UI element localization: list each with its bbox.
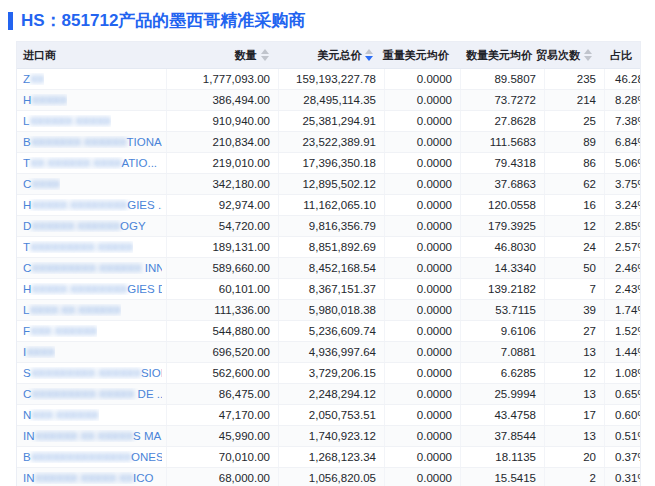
share-cell: 0.65%	[605, 384, 640, 404]
importer-name-link[interactable]: IXXXX	[23, 346, 55, 358]
importer-name-masked: XXXXXXXXX XXXXX	[31, 388, 134, 400]
qty_avg-cell: 7.0881	[461, 342, 545, 362]
weight_avg-cell: 0.0000	[385, 468, 461, 486]
importer-name-link[interactable]: INXXXXXX XX XXXXXS MA...	[23, 430, 162, 442]
importer-name-link[interactable]: DXXXXXX XXXXXXOGY	[23, 220, 146, 232]
sort-caret-up-icon	[365, 49, 373, 54]
quantity-cell: 92,974.00	[167, 195, 279, 215]
quantity-cell: 47,170.00	[167, 405, 279, 425]
importer-name-link[interactable]: CXXXXXXXXX XXXXX DE ...	[23, 388, 162, 400]
trades-cell: 214	[545, 90, 605, 110]
trades-cell: 12	[545, 363, 605, 383]
col-header-share: 占比	[600, 42, 640, 68]
qty_avg-cell: 25.9994	[461, 384, 545, 404]
importer-name-link[interactable]: NXXX XXXXXX	[23, 409, 99, 421]
qty_avg-cell: 111.5683	[461, 132, 545, 152]
importer-name-masked: XXXXX XXXXXXXX	[31, 283, 127, 295]
importer-name-link[interactable]: ZXX	[23, 73, 44, 85]
importer-name-visible-prefix: IN	[23, 472, 35, 484]
col-header-usd-total[interactable]: 美元总价	[277, 42, 382, 68]
usd_total-cell: 3,729,206.15	[279, 363, 385, 383]
weight_avg-cell: 0.0000	[385, 258, 461, 278]
sort-carets	[584, 49, 592, 61]
importer-name-link[interactable]: HXXXXX	[23, 94, 67, 106]
importer-name-masked: XXXX XX XXXXXX	[29, 304, 120, 316]
importer-name-link[interactable]: TXX XXXXXX XXXXATIO...	[23, 157, 157, 169]
sort-caret-up-icon	[584, 49, 592, 54]
weight_avg-cell: 0.0000	[385, 363, 461, 383]
weight_avg-cell: 0.0000	[385, 153, 461, 173]
buyers-table: 进口商数量美元总价重量美元均价数量美元均价贸易次数占比 ZXX1,777,093…	[16, 41, 641, 486]
importer-name-visible-prefix: S	[23, 367, 31, 379]
weight_avg-cell: 0.0000	[385, 300, 461, 320]
table-row: INXXXXXX XX XXXXXS MA...45,990.001,740,9…	[17, 426, 640, 447]
trades-cell: 17	[545, 405, 605, 425]
page-title: HS：851712产品的墨西哥精准采购商	[21, 9, 305, 32]
usd_total-cell: 25,381,294.91	[279, 111, 385, 131]
weight_avg-cell: 0.0000	[385, 384, 461, 404]
col-header-weight-unit-price: 重量美元均价	[381, 42, 456, 68]
importer-name-visible-prefix: Z	[23, 73, 30, 85]
column-header-label: 进口商	[23, 48, 56, 63]
importer-name-link[interactable]: LXXXX XX XXXXXX	[23, 304, 121, 316]
weight_avg-cell: 0.0000	[385, 279, 461, 299]
weight_avg-cell: 0.0000	[385, 132, 461, 152]
usd_total-cell: 12,895,502.12	[279, 174, 385, 194]
table-row: SXXXXXXXXX XXXXXXSION...562,600.003,729,…	[17, 363, 640, 384]
table-row: FXXX XXXXXX544,880.005,236,609.740.00009…	[17, 321, 640, 342]
importer-name-link[interactable]: TXXXXXXXXX XXXXX	[23, 241, 133, 253]
table-row: BXXXXXXXXXXXXXXONES...70,010.001,268,123…	[17, 447, 640, 468]
table-row: DXXXXXX XXXXXXOGY54,720.009,816,356.790.…	[17, 216, 640, 237]
qty_avg-cell: 179.3925	[461, 216, 545, 236]
weight_avg-cell: 0.0000	[385, 342, 461, 362]
trades-cell: 13	[545, 384, 605, 404]
quantity-cell: 910,940.00	[167, 111, 279, 131]
importer-name-link[interactable]: FXXX XXXXXX	[23, 325, 97, 337]
importer-name-link[interactable]: LXXXXXX XXXXX	[23, 115, 111, 127]
sort-caret-down-icon	[365, 56, 373, 61]
qty_avg-cell: 37.6863	[461, 174, 545, 194]
importer-name-masked: XXXXXXXXXXXXXX	[31, 451, 131, 463]
col-header-quantity[interactable]: 数量	[166, 42, 277, 68]
importer-name-link[interactable]: BXXXXXXX XXXXXXTIONAL	[23, 136, 162, 148]
importer-name-visible-prefix: T	[23, 157, 30, 169]
trades-cell: 20	[545, 447, 605, 467]
column-header-label: 占比	[610, 48, 632, 63]
table-row: LXXXXXX XXXXX910,940.0025,381,294.910.00…	[17, 111, 640, 132]
importer-name-link[interactable]: CXXXX	[23, 178, 60, 190]
trades-cell: 16	[545, 195, 605, 215]
importer-name-link[interactable]: HXXXXX XXXXXXXXGIES D...	[23, 283, 162, 295]
quantity-cell: 342,180.00	[167, 174, 279, 194]
trades-cell: 89	[545, 132, 605, 152]
importer-name-link[interactable]: SXXXXXXXXX XXXXXXSION...	[23, 367, 162, 379]
importer-name-link[interactable]: BXXXXXXXXXXXXXXONES...	[23, 451, 162, 463]
share-cell: 3.75%	[605, 174, 640, 194]
importer-name-masked: XXX XXXXXX	[31, 409, 98, 421]
importer-name-visible-prefix: IN	[23, 430, 35, 442]
table-row: ZXX1,777,093.00159,193,227.780.000089.58…	[17, 69, 640, 90]
importer-cell: HXXXXX XXXXXXXXGIES D...	[17, 279, 167, 299]
trades-cell: 62	[545, 174, 605, 194]
column-header-label: 美元总价	[317, 48, 361, 63]
weight_avg-cell: 0.0000	[385, 69, 461, 89]
share-cell: 0.37%	[605, 447, 640, 467]
importer-cell: BXXXXXXX XXXXXXTIONAL	[17, 132, 167, 152]
col-header-trade-count[interactable]: 贸易次数	[540, 42, 600, 68]
table-row: LXXXX XX XXXXXX111,336.005,980,018.380.0…	[17, 300, 640, 321]
importer-name-visible-suffix: ONES...	[131, 451, 162, 463]
sort-caret-down-icon	[261, 56, 269, 61]
table-row: INXXXXXX XXXXX XXICO68,000.001,056,820.0…	[17, 468, 640, 486]
importer-name-link[interactable]: INXXXXXX XXXXX XXICO	[23, 472, 154, 484]
trades-cell: 2	[545, 468, 605, 486]
importer-name-link[interactable]: CXXXXXXXXX XXXXXX INN...	[23, 262, 162, 274]
quantity-cell: 696,520.00	[167, 342, 279, 362]
importer-name-link[interactable]: HXXXXX XXXXXXXXGIES ...	[23, 199, 162, 211]
importer-cell: CXXXXXXXXX XXXXX DE ...	[17, 384, 167, 404]
table-row: BXXXXXXX XXXXXXTIONAL210,834.0023,522,38…	[17, 132, 640, 153]
weight_avg-cell: 0.0000	[385, 90, 461, 110]
sort-carets	[261, 49, 269, 61]
column-header-label: 数量美元均价	[466, 48, 532, 63]
trades-cell: 50	[545, 258, 605, 278]
table-row: HXXXXX XXXXXXXXGIES ...92,974.0011,162,0…	[17, 195, 640, 216]
sort-caret-down-icon	[584, 56, 592, 61]
